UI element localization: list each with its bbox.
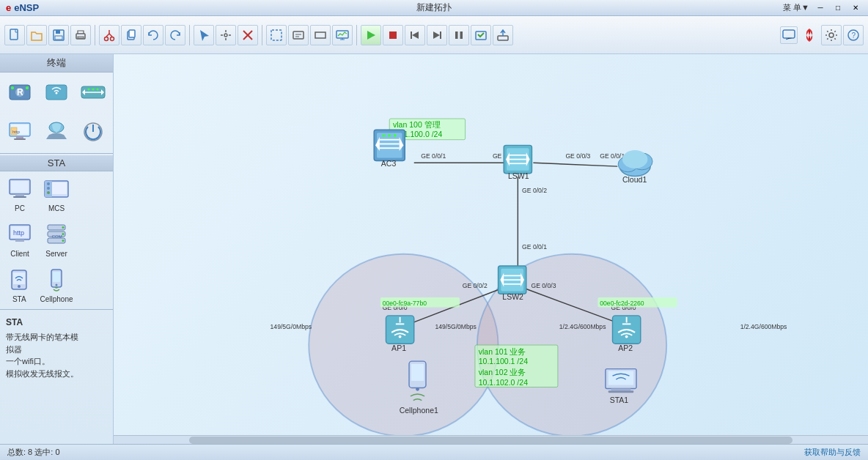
device-power[interactable] — [76, 116, 110, 147]
h-scrollbar[interactable] — [114, 435, 868, 444]
cut-button[interactable] — [99, 25, 119, 45]
device-router[interactable]: R — [3, 77, 37, 108]
node-ac3[interactable]: AC3 — [374, 130, 405, 168]
svg-rect-67 — [15, 240, 24, 242]
status-count: 总数: 8 选中: 0 — [7, 447, 60, 458]
svg-rect-27 — [498, 36, 508, 40]
huawei-logo — [799, 25, 820, 45]
device-server[interactable]: .COM Server — [40, 220, 73, 259]
close-button[interactable]: ✕ — [849, 2, 862, 14]
speed-ap1-left: 149/5G/0Mbps — [271, 323, 312, 330]
device-wireless-router[interactable] — [40, 77, 73, 108]
redo-button[interactable] — [165, 25, 185, 45]
port-lsw2-right: GE 0/0/3 — [532, 282, 556, 289]
restore-button[interactable]: □ — [831, 2, 845, 14]
speed-ap1-right: 149/5G/0Mbps — [435, 323, 476, 330]
terminal-devices-row2: http — [0, 112, 113, 152]
vlan100-label1: vlan 100 管理 — [393, 120, 441, 129]
save-button[interactable] — [48, 25, 69, 45]
svg-marker-22 — [433, 31, 440, 39]
topology-canvas[interactable]: vlan 100 管理 10.1.100.0 /24 GE 0/0/1 GE 0… — [114, 54, 868, 444]
svg-point-38 — [56, 92, 58, 94]
help-feedback[interactable]: 获取帮助与反馈 — [804, 447, 861, 458]
svg-point-35 — [11, 86, 14, 89]
svg-point-89 — [388, 134, 391, 137]
client-label: Client — [10, 250, 29, 258]
port-ac3-out: GE 0/0/1 — [421, 152, 446, 160]
svg-text:?: ? — [852, 31, 856, 40]
minimize-button[interactable]: ─ — [814, 2, 827, 14]
export-button[interactable] — [493, 25, 513, 45]
titlebar: e eNSP 新建拓扑 菜 单▼ ─ □ ✕ — [0, 0, 868, 16]
terminal-section-header: 终端 — [0, 54, 113, 73]
svg-point-63 — [47, 191, 50, 194]
switch-icon — [79, 78, 107, 106]
start-button[interactable] — [361, 25, 381, 45]
label-button[interactable] — [288, 25, 309, 45]
device-laptop[interactable] — [40, 116, 73, 147]
svg-text:.COM: .COM — [51, 234, 62, 239]
help-button[interactable]: ? — [843, 25, 864, 45]
delete-button[interactable] — [238, 25, 258, 45]
open-button[interactable] — [26, 25, 47, 45]
pause-button[interactable] — [449, 25, 469, 45]
svg-point-44 — [92, 89, 95, 91]
mcs-label: MCS — [48, 204, 65, 212]
print-button[interactable] — [70, 25, 91, 45]
prev-button[interactable] — [405, 25, 425, 45]
device-panel: 终端 R — [0, 54, 114, 444]
section-separator — [0, 153, 113, 154]
info-title: STA — [6, 316, 107, 329]
svg-point-103 — [622, 150, 647, 168]
menu-button[interactable]: 菜 单▼ — [783, 2, 809, 13]
svg-text:http: http — [12, 130, 21, 134]
svg-point-125 — [416, 387, 419, 391]
next-button[interactable] — [427, 25, 447, 45]
vlan101-label2: 10.1.100.1 /24 — [479, 357, 528, 366]
terminal-devices-row1: R — [0, 73, 113, 112]
svg-rect-129 — [611, 388, 631, 390]
pan-button[interactable] — [216, 25, 236, 45]
device-monitor[interactable]: http — [3, 116, 37, 147]
pc-icon — [6, 176, 34, 204]
empty3 — [78, 265, 110, 305]
port-lsw1-down: GE 0/0/2 — [522, 187, 547, 194]
capture-button[interactable] — [471, 25, 491, 45]
node-lsw2[interactable]: LSW2 — [499, 266, 526, 301]
device-client[interactable]: http Client — [3, 220, 37, 259]
device-mcs[interactable]: MCS — [40, 174, 73, 214]
monitor-button[interactable] — [332, 25, 353, 45]
sta-devices-row3: STA Cellphone — [0, 262, 113, 308]
logo-e: e — [6, 2, 11, 13]
svg-point-72 — [62, 233, 65, 235]
device-pc[interactable]: PC — [3, 174, 37, 214]
client-icon: http — [6, 221, 34, 249]
statusbar: 总数: 8 选中: 0 获取帮助与反馈 — [0, 444, 868, 460]
settings-button[interactable] — [821, 25, 842, 45]
svg-rect-124 — [411, 364, 424, 381]
new-button[interactable] — [4, 25, 25, 45]
svg-point-61 — [47, 182, 50, 185]
sep3 — [262, 25, 262, 45]
svg-marker-18 — [367, 31, 375, 40]
chat-icon[interactable] — [780, 26, 798, 44]
stop-button[interactable] — [383, 25, 403, 45]
svg-rect-56 — [15, 194, 24, 196]
copy-button[interactable] — [121, 25, 141, 45]
node-lsw1[interactable]: LSW1 — [504, 145, 532, 180]
device-switch[interactable] — [76, 77, 110, 108]
device-empty1 — [76, 174, 110, 214]
select-button[interactable] — [194, 25, 214, 45]
empty2 — [76, 220, 110, 259]
device-sta[interactable]: STA — [3, 265, 35, 305]
undo-button[interactable] — [143, 25, 163, 45]
h-scrollbar-thumb[interactable] — [189, 437, 792, 444]
svg-rect-13 — [293, 31, 304, 39]
svg-rect-2 — [56, 30, 60, 34]
cellphone-label: Cellphone — [40, 295, 73, 303]
area-button[interactable] — [266, 25, 287, 45]
device-cellphone[interactable]: Cellphone — [38, 265, 74, 305]
svg-rect-19 — [389, 31, 397, 39]
server-label: Server — [45, 250, 67, 258]
rect-button[interactable] — [310, 25, 331, 45]
